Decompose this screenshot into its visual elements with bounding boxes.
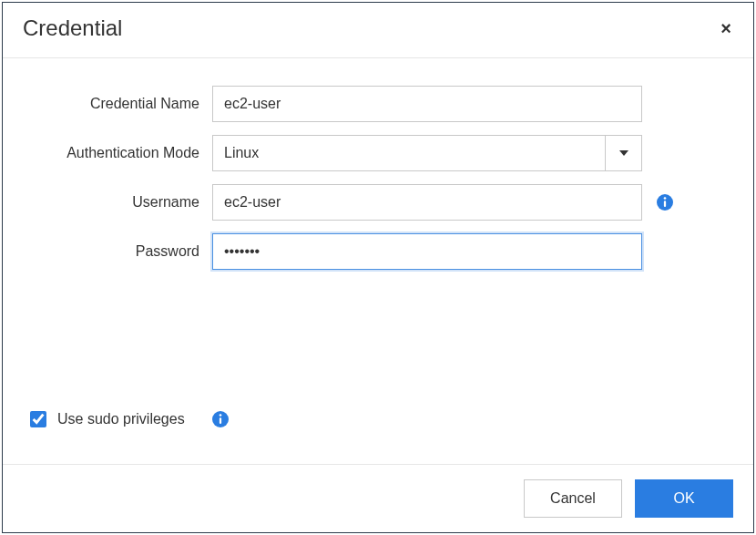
row-username: Username <box>30 184 726 221</box>
credential-name-input[interactable] <box>212 86 642 122</box>
svg-point-2 <box>664 197 667 200</box>
credential-name-field-wrap <box>212 86 726 122</box>
credential-dialog: Credential × Credential Name Authenticat… <box>2 2 754 533</box>
password-field-wrap <box>212 233 726 270</box>
svg-rect-1 <box>664 201 666 207</box>
password-input[interactable] <box>212 233 642 270</box>
dialog-title: Credential <box>23 15 122 41</box>
ok-button[interactable]: OK <box>635 479 733 518</box>
chevron-down-icon <box>619 150 628 156</box>
sudo-label: Use sudo privileges <box>57 411 185 427</box>
credential-name-label: Credential Name <box>30 96 212 112</box>
sudo-checkbox[interactable] <box>30 411 46 427</box>
dialog-footer: Cancel OK <box>3 464 753 532</box>
dialog-body: Credential Name Authentication Mode Linu… <box>3 58 753 464</box>
password-label: Password <box>30 243 212 260</box>
auth-mode-field-wrap: Linux <box>212 135 726 171</box>
close-button[interactable]: × <box>717 19 735 37</box>
auth-mode-dropdown-button[interactable] <box>605 136 641 170</box>
svg-point-5 <box>219 414 221 417</box>
row-password: Password <box>30 233 726 270</box>
row-credential-name: Credential Name <box>30 86 726 122</box>
username-input[interactable] <box>212 184 642 221</box>
auth-mode-select[interactable]: Linux <box>212 135 642 171</box>
row-sudo: Use sudo privileges <box>30 411 726 427</box>
auth-mode-label: Authentication Mode <box>30 145 212 161</box>
row-auth-mode: Authentication Mode Linux <box>30 135 726 171</box>
username-label: Username <box>30 194 212 211</box>
svg-rect-4 <box>220 417 221 424</box>
username-field-wrap <box>212 184 726 221</box>
cancel-button[interactable]: Cancel <box>524 479 622 518</box>
auth-mode-selected-value: Linux <box>213 136 605 170</box>
sudo-info-icon[interactable] <box>212 411 229 427</box>
username-info-icon[interactable] <box>657 194 673 211</box>
dialog-titlebar: Credential × <box>3 3 753 58</box>
